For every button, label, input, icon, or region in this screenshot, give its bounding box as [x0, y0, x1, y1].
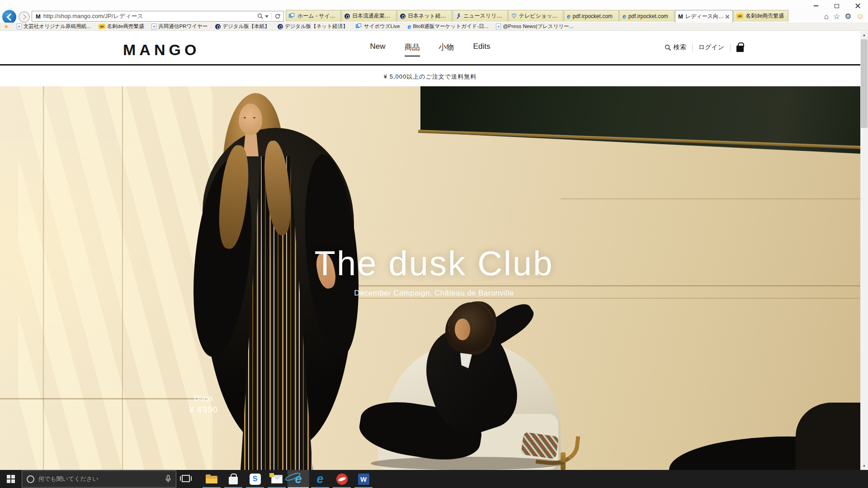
de-card-icon: de [736, 13, 743, 19]
site-search-button[interactable]: 検索 [665, 43, 686, 52]
tab-net-keizai[interactable]: 日本ネット経済新... [397, 10, 452, 22]
refresh-icon [274, 13, 281, 19]
page-icon: e [151, 23, 156, 29]
feedback-smiley-icon[interactable]: ☺ [856, 12, 864, 20]
favorites-bar: ★ e 文芸社オリジナル原稿用紙... de 名刺de商売繁盛 e 共同通信PR… [0, 23, 868, 31]
taskbar-word[interactable]: W [353, 470, 374, 488]
nav-new[interactable]: New [370, 42, 386, 56]
nav-edits[interactable]: Edits [473, 42, 491, 56]
url-text[interactable]: http://shop.mango.com/JP/レディース [43, 12, 255, 20]
tab-close-icon[interactable] [725, 14, 730, 19]
chrome-action-icons: ⌂ ☆ ⚙ ☺ [824, 10, 864, 22]
windows-logo-icon [7, 475, 15, 483]
daily-news-icon [344, 14, 350, 19]
tab-tv-shopping[interactable]: ♡ テレビショッピング 日... [508, 10, 563, 22]
shopping-bag-icon[interactable] [736, 46, 744, 52]
taskbar-store[interactable] [222, 470, 244, 488]
daily-news-icon [400, 14, 406, 19]
back-arrow-icon [6, 13, 14, 21]
scroll-up-icon[interactable]: ▲ [860, 31, 868, 39]
taskbar-file-explorer[interactable] [201, 470, 222, 488]
tab-meishi-de[interactable]: de 名刺de商売繁盛 [733, 10, 788, 22]
taskbar-trend-micro[interactable] [331, 470, 353, 488]
favorite-cybozu-live[interactable]: サイボウズLive [356, 23, 400, 30]
scroll-down-icon[interactable]: ▼ [860, 462, 868, 470]
tab-cybozu-home[interactable]: ホーム - サイボウズLi... [286, 10, 341, 22]
favorite-digital-net[interactable]: デジタル版【ネット経済】 [278, 23, 348, 30]
header-right: 検索 ログイン [665, 43, 744, 52]
divider [692, 44, 693, 52]
free-shipping-banner: ¥ 5,000以上のご注文で送料無料 [0, 67, 860, 86]
taskbar-edge[interactable]: e [309, 470, 331, 488]
vertical-scrollbar[interactable]: ▲ ▼ [860, 31, 868, 470]
wall-molding [561, 198, 868, 199]
product-name: Dress [179, 394, 228, 403]
task-view-button[interactable] [180, 474, 192, 484]
search-icon [665, 44, 671, 51]
favorite-kyodo-pr[interactable]: e 共同通信PRワイヤー [151, 23, 208, 30]
favorite-digital-honshi[interactable]: デジタル版【本紙】 [215, 23, 270, 30]
seated-model [371, 299, 615, 470]
login-link[interactable]: ログイン [698, 43, 724, 52]
forward-button[interactable] [19, 11, 30, 23]
chevron-down-icon [265, 15, 269, 18]
s-tile-icon: S [250, 474, 261, 485]
de-card-icon: de [98, 23, 105, 29]
cortana-icon [27, 475, 34, 483]
gold-star-icon[interactable]: ★ [4, 23, 9, 29]
favorite-bungeisha[interactable]: e 文芸社オリジナル原稿用紙... [17, 23, 91, 30]
address-bar[interactable]: M http://shop.mango.com/JP/レディース [32, 11, 284, 22]
page-icon: e [496, 23, 501, 29]
taskbar-skype[interactable]: S [244, 470, 266, 488]
task-view-icon [182, 475, 190, 482]
campaign-title: The dusk Club [314, 244, 553, 283]
daily-news-icon [215, 24, 221, 29]
ie-icon: e [567, 13, 571, 20]
search-dropdown-button[interactable] [255, 11, 271, 21]
product-label[interactable]: Dress ¥ 4990 [179, 394, 228, 415]
home-icon[interactable]: ⌂ [824, 13, 829, 20]
divider [730, 44, 731, 52]
favorite-btob-guide[interactable]: e BtoB通販マーケットガイド-日... [408, 23, 489, 30]
word-icon: W [358, 474, 369, 485]
page-viewport: MANGO New 商品 小物 Edits 検索 ログイン ¥ 5,000以上の… [0, 31, 868, 470]
nav-accessories[interactable]: 小物 [439, 42, 454, 56]
model-eye [253, 117, 255, 118]
microphone-icon[interactable] [165, 475, 171, 483]
mango-favicon: M [32, 13, 43, 20]
mail-icon [271, 475, 283, 483]
tab-mango-active[interactable]: M レディース向けフ... [675, 10, 733, 23]
taskbar: 何でも聞いてください S e e [0, 470, 868, 488]
favorites-star-icon[interactable]: ☆ [833, 13, 840, 20]
mango-logo[interactable]: MANGO [123, 41, 200, 59]
cortana-search-box[interactable]: 何でも聞いてください [22, 470, 176, 488]
model-eye [244, 117, 246, 118]
back-button[interactable] [2, 10, 16, 24]
minimize-icon [814, 5, 818, 6]
taskbar-internet-explorer[interactable]: e [288, 470, 309, 488]
start-button[interactable] [0, 470, 22, 488]
address-bar-tools [255, 11, 283, 21]
nav-products[interactable]: 商品 [405, 42, 420, 56]
tab-news-release[interactable]: ニュースリリース | ア... [453, 10, 508, 22]
scrollbar-thumb[interactable] [861, 39, 868, 128]
tab-irpocket-1[interactable]: e pdf.irpocket.com [564, 10, 619, 22]
favorite-atpress-news[interactable]: e @Press News|プレスリリー... [496, 23, 573, 30]
hero-campaign-photo[interactable]: The dusk Club December Campaign. Château… [0, 86, 868, 470]
product-price: ¥ 4990 [179, 405, 228, 415]
cybozu-icon [289, 13, 295, 19]
folder-icon [206, 474, 217, 483]
tab-ryutsu-news[interactable]: 日本流通産業新... [341, 10, 396, 22]
refresh-button[interactable] [272, 11, 283, 21]
settings-gear-icon[interactable]: ⚙ [844, 13, 851, 20]
edge-icon: e [316, 473, 323, 485]
atpress-person-icon [456, 13, 461, 19]
trend-micro-icon [336, 474, 348, 485]
taskbar-mail[interactable] [266, 470, 288, 488]
tab-irpocket-2[interactable]: e pdf.irpocket.com [619, 10, 675, 22]
window-titlebar [0, 0, 868, 10]
maximize-icon [835, 4, 839, 8]
tab-strip: ホーム - サイボウズLi... 日本流通産業新... 日本ネット経済新... … [286, 10, 789, 23]
favorite-meishi-de[interactable]: de 名刺de商売繁盛 [99, 23, 144, 30]
daily-news-icon [278, 24, 283, 29]
